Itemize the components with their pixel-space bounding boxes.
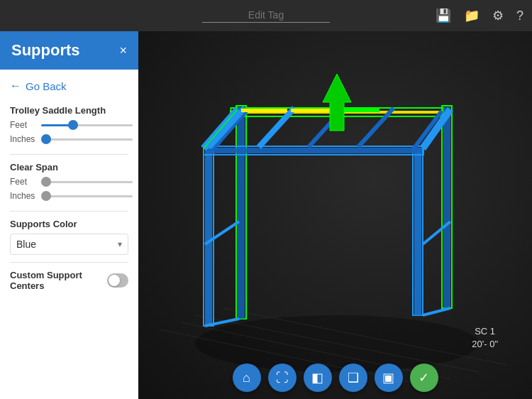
settings-icon[interactable]: ⚙: [492, 8, 504, 23]
svg-rect-29: [340, 109, 379, 112]
layer3-button[interactable]: ▣: [375, 364, 403, 392]
help-icon[interactable]: ?: [516, 9, 523, 23]
feet-slider[interactable]: [41, 124, 133, 126]
fullscreen-button[interactable]: ⛶: [268, 364, 297, 392]
svg-line-32: [423, 308, 450, 315]
clearspan-inches-row: Inches 0: [10, 191, 128, 201]
top-bar: 💾 📁 ⚙ ?: [0, 0, 532, 31]
layer2-button[interactable]: ❑: [339, 364, 367, 392]
viewport: SC 1 20'- 0" ⌂ ⛶ ◧ ❑ ▣ ✓: [138, 31, 532, 399]
divider-3: [10, 262, 128, 263]
confirm-button[interactable]: ✓: [410, 364, 438, 392]
custom-support-toggle[interactable]: [107, 273, 128, 288]
sidebar-title: Supports: [11, 41, 80, 60]
back-arrow-icon: ←: [10, 80, 21, 92]
clearspan-feet-row: Feet 0: [10, 177, 128, 187]
sc-label: SC 1 20'- 0": [472, 325, 498, 351]
sidebar-header: Supports ×: [0, 31, 138, 70]
sidebar: Supports × ← Go Back Trolley Saddle Leng…: [0, 31, 138, 399]
folder-icon[interactable]: 📁: [464, 8, 480, 23]
clearspan-feet-label: Feet: [10, 177, 35, 187]
trolley-saddle-group: Trolley Saddle Length Feet 10 Inches 0: [10, 105, 128, 144]
supports-color-section: Supports Color Blue ▾: [10, 219, 128, 255]
svg-rect-27: [241, 109, 287, 112]
clearspan-feet-slider[interactable]: [41, 181, 133, 183]
divider-2: [10, 211, 128, 212]
supports-color-value: Blue: [16, 239, 36, 250]
inches-slider-row: Inches 0: [10, 134, 128, 144]
svg-rect-10: [443, 107, 450, 308]
layer1-button[interactable]: ◧: [304, 364, 332, 392]
toggle-knob: [109, 275, 120, 286]
sidebar-close-button[interactable]: ×: [119, 43, 127, 58]
sidebar-body: ← Go Back Trolley Saddle Length Feet 10 …: [0, 70, 138, 399]
go-back-label: Go Back: [26, 80, 67, 92]
top-bar-icons: 💾 📁 ⚙ ?: [436, 8, 523, 23]
sc-label-line1: SC 1: [472, 325, 498, 338]
svg-rect-14: [414, 150, 421, 315]
home-button[interactable]: ⌂: [233, 364, 261, 392]
feet-label: Feet: [10, 120, 35, 130]
supports-color-label: Supports Color: [10, 219, 128, 229]
custom-support-row: Custom Support Centers: [10, 270, 128, 291]
bottom-toolbar: ⌂ ⛶ ◧ ❑ ▣ ✓: [233, 364, 438, 392]
clear-span-label: Clear Span: [10, 162, 128, 173]
svg-rect-16: [205, 148, 422, 153]
edit-tag-section: [202, 9, 330, 23]
go-back-button[interactable]: ← Go Back: [10, 77, 128, 95]
supports-color-dropdown[interactable]: Blue ▾: [10, 234, 128, 255]
svg-line-26: [358, 108, 394, 147]
inches-slider[interactable]: [41, 138, 133, 141]
sc-label-line2: 20'- 0": [472, 338, 498, 351]
clearspan-inches-slider[interactable]: [41, 195, 133, 197]
svg-rect-8: [238, 107, 245, 319]
inches-label: Inches: [10, 134, 35, 144]
clear-span-group: Clear Span Feet 0 Inches 0: [10, 162, 128, 201]
svg-line-24: [259, 108, 294, 147]
save-icon[interactable]: 💾: [436, 8, 451, 23]
clearspan-inches-label: Inches: [10, 191, 35, 201]
edit-tag-input[interactable]: [202, 9, 330, 23]
svg-marker-30: [323, 74, 351, 131]
divider-1: [10, 154, 128, 155]
trolley-saddle-label: Trolley Saddle Length: [10, 105, 128, 116]
feet-slider-row: Feet 10: [10, 120, 128, 130]
main-content: Supports × ← Go Back Trolley Saddle Leng…: [0, 31, 532, 399]
custom-support-label: Custom Support Centers: [10, 270, 107, 291]
dropdown-arrow-icon: ▾: [118, 239, 122, 249]
svg-rect-12: [205, 150, 212, 326]
